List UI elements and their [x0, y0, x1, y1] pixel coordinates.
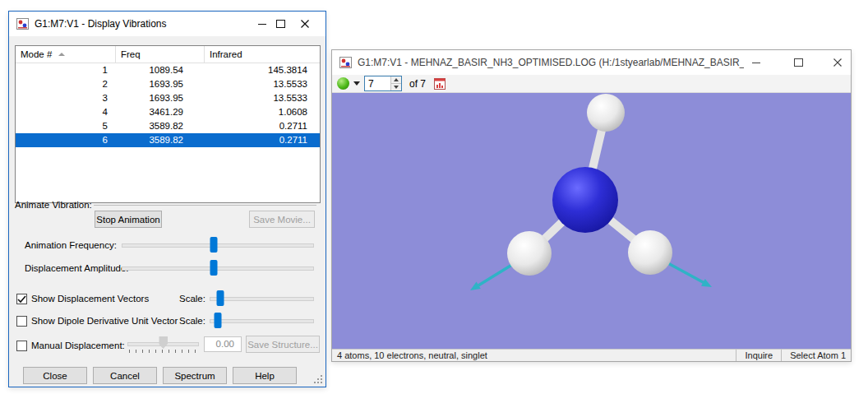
molecule-viewport[interactable]: [332, 93, 851, 349]
maximize-icon: [794, 58, 803, 67]
slider-groove[interactable]: [122, 267, 314, 271]
table-row[interactable]: 21693.9513.5533: [16, 77, 320, 91]
slider-thumb[interactable]: [210, 237, 218, 253]
animation-frequency-slider[interactable]: [122, 237, 314, 253]
nitrogen-atom[interactable]: [552, 167, 618, 233]
frame-number-input[interactable]: 7: [365, 76, 390, 90]
minimize-button[interactable]: [746, 50, 766, 75]
close-icon: [301, 20, 309, 28]
close-dialog-button[interactable]: Close: [23, 367, 87, 384]
frame-count-label: of 7: [409, 78, 426, 90]
close-button[interactable]: [826, 50, 849, 75]
column-header-infrared[interactable]: Infrared: [205, 46, 320, 63]
animate-group-label: Animate Vibration:: [15, 200, 92, 210]
stop-animation-button[interactable]: Stop Animation: [95, 211, 162, 228]
table-row[interactable]: 31693.9513.5533: [16, 91, 320, 105]
close-icon: [833, 58, 842, 67]
slider-tick-marks: [129, 350, 199, 353]
display-vibrations-window: G1:M7:V1 - Display Vibrations Mode # Fre…: [8, 11, 326, 387]
spin-buttons: [390, 76, 401, 90]
slider-groove[interactable]: [122, 243, 314, 248]
slider-groove[interactable]: [210, 319, 314, 323]
table-header: Mode # Freq Infrared: [16, 46, 320, 63]
animation-frequency-label: Animation Frequency:: [25, 240, 117, 250]
mode-indicator: Inquire: [736, 350, 781, 361]
frame-spinbox[interactable]: 7: [364, 76, 402, 91]
sort-ascending-icon: [58, 53, 65, 56]
app-icon: [16, 18, 29, 30]
maximize-icon: [276, 20, 285, 28]
displacement-vectors: [470, 257, 712, 290]
window-title: G1:M7:V1 - MEHNAZ_BASIR_NH3_OPTIMISED.LO…: [358, 57, 744, 68]
column-header-freq[interactable]: Freq: [116, 46, 205, 63]
window-title: G1:M7:V1 - Display Vibrations: [35, 18, 167, 30]
dipole-scale-label: Scale:: [179, 316, 205, 326]
close-button[interactable]: [293, 12, 316, 36]
show-vectors-label: Show Displacement Vectors: [31, 294, 149, 304]
manual-displacement-field[interactable]: 0.00: [204, 336, 242, 352]
hydrogen-atom-top[interactable]: [587, 94, 625, 132]
vectors-scale-slider[interactable]: [210, 290, 314, 307]
show-dipole-label: Show Dipole Derivative Unit Vector: [31, 316, 178, 326]
nh3-molecule-scene[interactable]: [332, 93, 851, 349]
hydrogen-atom-right[interactable]: [628, 230, 672, 275]
frame-dropdown-arrow[interactable]: [353, 81, 360, 86]
maximize-button[interactable]: [270, 12, 290, 36]
selection-indicator: Select Atom 1: [781, 350, 851, 361]
table-row[interactable]: 53589.820.2711: [16, 119, 320, 133]
spin-down-icon: [394, 86, 399, 89]
titlebar[interactable]: G1:M7:V1 - MEHNAZ_BASIR_NH3_OPTIMISED.LO…: [332, 50, 851, 75]
status-bar: 4 atoms, 10 electrons, neutral, singlet …: [332, 349, 851, 361]
minimize-icon: [752, 63, 760, 63]
help-button[interactable]: Help: [233, 367, 297, 384]
manual-displacement-label: Manual Displacement:: [31, 341, 125, 350]
column-header-mode[interactable]: Mode #: [16, 46, 116, 63]
hydrogen-atom-left[interactable]: [507, 231, 552, 276]
displacement-amplitude-label: Displacement Amplitude:: [25, 263, 129, 273]
vectors-scale-label: Scale:: [179, 294, 205, 304]
cancel-button[interactable]: Cancel: [93, 367, 157, 384]
group-divider: [94, 205, 316, 206]
spin-up-button[interactable]: [391, 76, 401, 84]
resize-grip[interactable]: [312, 373, 323, 384]
slider-thumb[interactable]: [210, 260, 218, 276]
vibration-modes-table: Mode # Freq Infrared 11089.54145.3814 21…: [15, 45, 321, 203]
molecule-view-window: G1:M7:V1 - MEHNAZ_BASIR_NH3_OPTIMISED.LO…: [331, 49, 852, 362]
frame-toolbar: 7 of 7: [332, 75, 851, 93]
slider-thumb[interactable]: [215, 313, 222, 328]
table-row[interactable]: 43461.291.0608: [16, 105, 320, 119]
save-structure-button[interactable]: Save Structure...: [246, 336, 320, 353]
manual-checkbox[interactable]: [16, 341, 27, 351]
dipole-scale-slider[interactable]: [210, 313, 314, 329]
show-vectors-checkbox[interactable]: [16, 294, 27, 304]
maximize-button[interactable]: [788, 50, 808, 75]
table-row[interactable]: 63589.820.2711: [16, 133, 320, 147]
spin-up-icon: [394, 78, 399, 81]
save-movie-button[interactable]: Save Movie...: [249, 211, 315, 228]
minimize-icon: [258, 24, 266, 25]
minimize-button[interactable]: [252, 12, 272, 36]
molecule-summary: 4 atoms, 10 electrons, neutral, singlet: [332, 350, 487, 360]
table-row[interactable]: 11089.54145.3814: [16, 63, 320, 77]
slider-thumb[interactable]: [216, 290, 224, 306]
show-dipole-checkbox[interactable]: [16, 316, 27, 327]
manual-displacement-slider[interactable]: [127, 336, 199, 352]
spectrum-button[interactable]: Spectrum: [163, 367, 227, 384]
animation-active-icon[interactable]: [337, 77, 349, 90]
slider-thumb[interactable]: [159, 336, 168, 349]
app-icon: [339, 57, 352, 68]
displacement-amplitude-slider[interactable]: [122, 260, 314, 276]
checkmark-icon: [16, 294, 27, 304]
slider-groove[interactable]: [210, 297, 314, 301]
vibrations-dialog-icon[interactable]: [433, 77, 446, 90]
spin-down-button[interactable]: [391, 84, 401, 90]
